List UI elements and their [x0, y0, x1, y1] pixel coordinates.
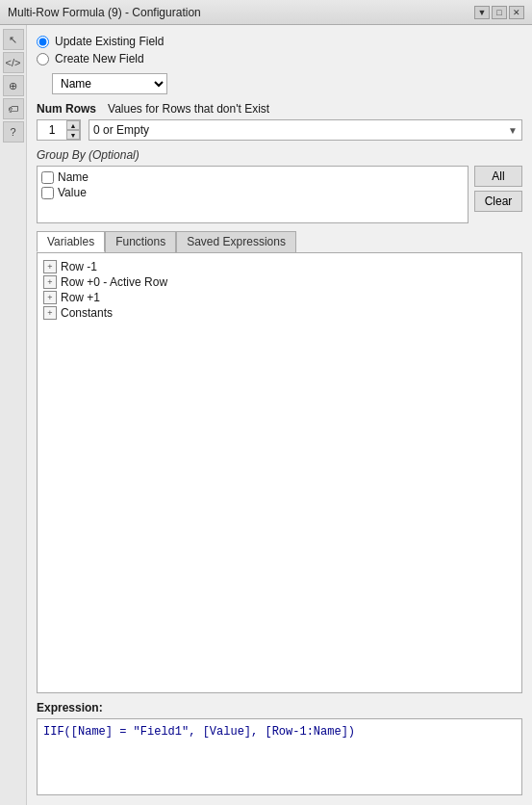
content-area: Update Existing Field Create New Field N… — [27, 25, 532, 805]
tree-label-row-plus1: Row +1 — [61, 291, 100, 304]
close-button[interactable]: ✕ — [509, 6, 524, 19]
tree-label-constants: Constants — [61, 306, 113, 320]
num-rows-input[interactable] — [38, 120, 66, 140]
tab-functions[interactable]: Functions — [105, 231, 176, 252]
row-values-section: Num Rows Values for Rows that don't Exis… — [37, 102, 522, 141]
title-bar-text: Multi-Row Formula (9) - Configuration — [8, 6, 201, 19]
num-rows-spinner: ▲ ▼ — [37, 119, 81, 141]
group-by-value-item-label: Value — [58, 186, 87, 199]
tree-item-row-plus1[interactable]: + Row +1 — [43, 290, 516, 305]
create-new-label: Create New Field — [55, 52, 144, 65]
toolbar-icon-help[interactable]: ? — [3, 121, 24, 143]
title-bar-buttons: ▼ □ ✕ — [474, 6, 524, 19]
all-button[interactable]: All — [474, 166, 522, 187]
create-new-row: Create New Field — [37, 52, 522, 65]
left-toolbar: ↖ </> ⊕ 🏷 ? — [0, 25, 27, 805]
tree-item-constants[interactable]: + Constants — [43, 305, 516, 321]
create-new-radio[interactable] — [37, 53, 49, 65]
num-rows-label: Num Rows — [37, 102, 96, 116]
tree-expander-row-plus1[interactable]: + — [43, 291, 57, 304]
group-by-buttons: All Clear — [474, 166, 522, 212]
tabs-section: Variables Functions Saved Expressions + … — [37, 231, 522, 693]
clear-button[interactable]: Clear — [474, 191, 522, 212]
group-by-name-item-label: Name — [58, 170, 89, 184]
tree-expander-row-minus1[interactable]: + — [43, 260, 57, 273]
group-by-item-name: Name — [41, 170, 464, 184]
radio-group: Update Existing Field Create New Field — [37, 35, 522, 65]
group-by-value-checkbox[interactable] — [41, 187, 54, 199]
num-rows-row: ▲ ▼ 0 or Empty ▼ — [37, 119, 522, 141]
tree-item-row-minus1[interactable]: + Row -1 — [43, 259, 516, 274]
empty-dropdown-arrow-icon: ▼ — [508, 125, 518, 136]
update-existing-label: Update Existing Field — [55, 35, 164, 48]
tree-label-row-active: Row +0 - Active Row — [61, 275, 167, 289]
spinner-buttons: ▲ ▼ — [66, 120, 80, 140]
group-by-label: Group By (Optional) — [37, 148, 522, 162]
empty-dropdown-text: 0 or Empty — [93, 123, 149, 137]
group-by-name-checkbox[interactable] — [41, 171, 54, 184]
field-dropdown[interactable]: Name Value — [52, 73, 167, 94]
pin-button[interactable]: ▼ — [474, 6, 490, 19]
expression-label: Expression: — [37, 701, 522, 714]
expression-box[interactable]: IIF([Name] = "Field1", [Value], [Row-1:N… — [37, 718, 522, 795]
tree-label-row-minus1: Row -1 — [61, 260, 97, 273]
values-label: Values for Rows that don't Exist — [108, 102, 269, 116]
row-values-header: Num Rows Values for Rows that don't Exis… — [37, 102, 522, 116]
spinner-up-btn[interactable]: ▲ — [66, 120, 80, 130]
group-by-content: Name Value All Clear — [37, 166, 522, 223]
toolbar-icon-arrow[interactable]: ↖ — [3, 29, 24, 50]
group-by-list: Name Value — [37, 166, 469, 223]
field-dropdown-row: Name Value — [52, 73, 522, 94]
expression-section: Expression: IIF([Name] = "Field1", [Valu… — [37, 701, 522, 795]
group-by-item-value: Value — [41, 186, 464, 199]
tab-saved-expressions[interactable]: Saved Expressions — [176, 231, 296, 252]
toolbar-icon-globe[interactable]: ⊕ — [3, 75, 24, 96]
tree-expander-row-active[interactable]: + — [43, 275, 57, 289]
tab-variables[interactable]: Variables — [37, 231, 105, 252]
tabs-header: Variables Functions Saved Expressions — [37, 231, 522, 252]
toolbar-icon-tag[interactable]: 🏷 — [3, 98, 24, 119]
empty-dropdown[interactable]: 0 or Empty ▼ — [89, 119, 522, 141]
float-button[interactable]: □ — [492, 6, 507, 19]
toolbar-icon-code[interactable]: </> — [3, 52, 24, 73]
tree-expander-constants[interactable]: + — [43, 306, 57, 320]
main-container: ↖ </> ⊕ 🏷 ? Update Existing Field Create… — [0, 25, 532, 805]
tab-content-variables: + Row -1 + Row +0 - Active Row + Row +1 … — [37, 252, 522, 693]
title-bar: Multi-Row Formula (9) - Configuration ▼ … — [0, 0, 532, 25]
group-by-section: Group By (Optional) Name Value All Clear — [37, 148, 522, 223]
tree-item-row-active[interactable]: + Row +0 - Active Row — [43, 274, 516, 290]
spinner-down-btn[interactable]: ▼ — [66, 130, 80, 140]
update-existing-radio[interactable] — [37, 36, 49, 48]
update-existing-row: Update Existing Field — [37, 35, 522, 48]
